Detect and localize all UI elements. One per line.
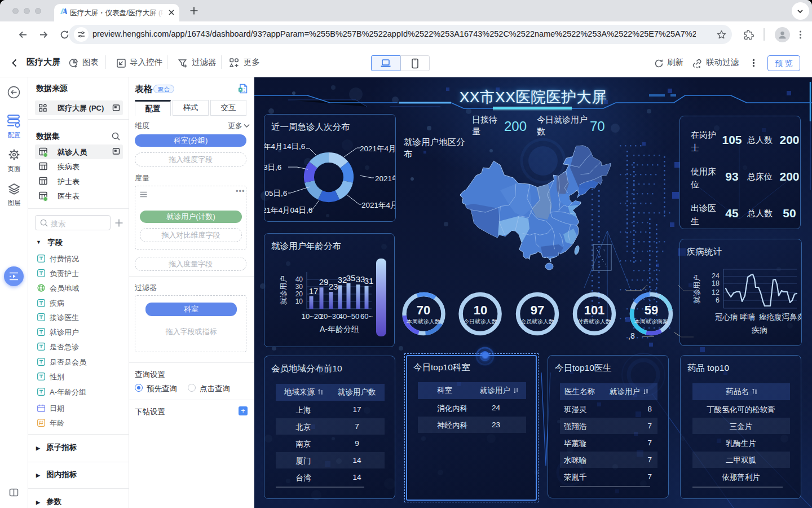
svg-text:就诊用户: 就诊用户 bbox=[692, 274, 701, 304]
svg-text:疾病: 疾病 bbox=[752, 325, 767, 334]
svg-text:24: 24 bbox=[712, 272, 720, 280]
svg-text:冠心病 哮喘: 冠心病 哮喘 bbox=[715, 313, 755, 321]
svg-text:痤疮腹泻鼻炎: 痤疮腹泻鼻炎 bbox=[759, 313, 802, 321]
svg-text:18: 18 bbox=[712, 279, 720, 287]
svg-text:12: 12 bbox=[712, 288, 720, 296]
svg-text:6: 6 bbox=[716, 296, 720, 304]
